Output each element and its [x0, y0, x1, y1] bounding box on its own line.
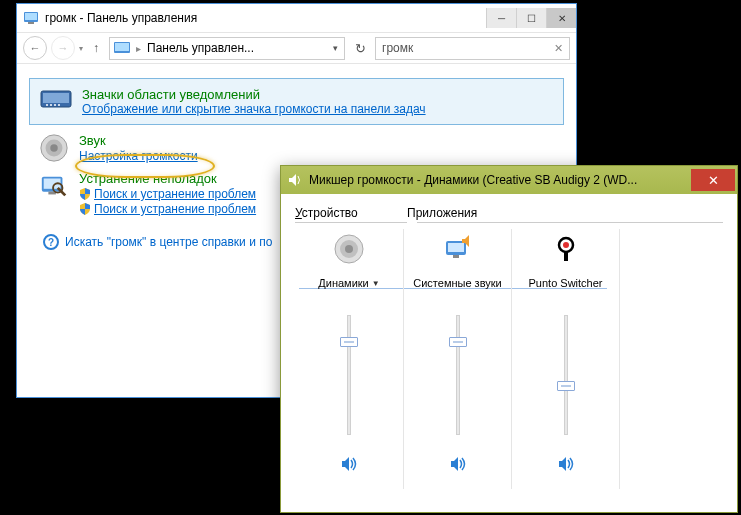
header-device: Устройство [295, 206, 407, 220]
divider [295, 222, 407, 223]
close-button[interactable]: ✕ [546, 8, 576, 28]
svg-point-8 [50, 104, 52, 106]
mute-button-punto[interactable] [555, 453, 577, 475]
mixer-body: Устройство Приложения Динамики ▼ [281, 194, 737, 512]
cp-title-text: громк - Панель управления [45, 11, 486, 25]
result-sound: Звук Настройка громкости [29, 125, 564, 163]
result-title: Значки области уведомлений [82, 87, 426, 102]
cp-titlebar: громк - Панель управления ─ ☐ ✕ [17, 4, 576, 32]
control-panel-icon [114, 41, 130, 55]
system-sounds-icon [442, 233, 474, 265]
mixer-col-device: Динамики ▼ [295, 229, 403, 489]
refresh-button[interactable]: ↻ [349, 37, 371, 59]
up-button[interactable]: ↑ [87, 39, 105, 57]
speaker-on-icon [449, 455, 467, 473]
cp-window-buttons: ─ ☐ ✕ [486, 8, 576, 28]
speaker-device-icon [333, 233, 365, 265]
clear-search-icon[interactable]: ✕ [554, 42, 563, 55]
forward-button[interactable]: → [51, 36, 75, 60]
item-title-troubleshoot: Устранение неполадок [79, 171, 256, 186]
search-input[interactable] [382, 41, 554, 55]
help-icon: ? [43, 234, 59, 250]
link-troubleshoot-1[interactable]: Поиск и устранение проблем [79, 187, 256, 201]
speaker-on-icon [340, 455, 358, 473]
svg-rect-22 [448, 243, 464, 252]
svg-point-25 [563, 242, 569, 248]
svg-point-13 [50, 144, 58, 152]
breadcrumb-separator-icon: ▸ [136, 43, 141, 54]
mixer-titlebar: Микшер громкости - Динамики (Creative SB… [281, 166, 737, 194]
volume-slider-device[interactable] [329, 315, 369, 435]
address-bar[interactable]: ▸ Панель управлен... ▾ [109, 37, 345, 60]
maximize-button[interactable]: ☐ [516, 8, 546, 28]
speaker-on-icon [557, 455, 575, 473]
help-text: Искать "громк" в центре справки и по [65, 235, 272, 249]
svg-rect-2 [28, 22, 34, 24]
back-button[interactable]: ← [23, 36, 47, 60]
chevron-down-icon[interactable]: ▼ [372, 279, 380, 288]
app-label-system-sounds: Системные звуки [413, 269, 501, 297]
svg-rect-26 [564, 251, 568, 261]
volume-icon [287, 172, 303, 188]
svg-rect-6 [43, 93, 69, 103]
history-dropdown-icon[interactable]: ▾ [79, 44, 83, 53]
minimize-button[interactable]: ─ [486, 8, 516, 28]
mixer-close-button[interactable]: ✕ [691, 169, 735, 191]
address-text: Панель управлен... [147, 41, 325, 55]
mixer-section-headers: Устройство Приложения [295, 206, 723, 220]
result-link-show-hide-volume-icon[interactable]: Отображение или скрытие значка громкости… [82, 102, 426, 116]
slider-thumb[interactable] [340, 337, 358, 347]
header-apps: Приложения [407, 206, 723, 220]
mixer-col-empty [619, 229, 723, 489]
svg-point-10 [58, 104, 60, 106]
result-notification-icons: Значки области уведомлений Отображение и… [29, 78, 564, 125]
volume-mixer-window: Микшер громкости - Динамики (Creative SB… [280, 165, 738, 513]
mixer-col-punto-switcher: Punto Switcher [511, 229, 619, 489]
search-box[interactable]: ✕ [375, 37, 570, 60]
svg-rect-1 [25, 13, 37, 20]
device-label[interactable]: Динамики ▼ [318, 269, 379, 297]
svg-point-7 [46, 104, 48, 106]
svg-rect-23 [453, 255, 459, 258]
link-text: Поиск и устранение проблем [94, 202, 256, 216]
link-text: Поиск и устранение проблем [94, 187, 256, 201]
mixer-title-text: Микшер громкости - Динамики (Creative SB… [309, 173, 691, 187]
link-troubleshoot-2[interactable]: Поиск и устранение проблем [79, 202, 256, 216]
slider-thumb[interactable] [449, 337, 467, 347]
mixer-columns: Динамики ▼ Системные звуки [295, 229, 723, 489]
mixer-col-system-sounds: Системные звуки [403, 229, 511, 489]
punto-switcher-icon [550, 233, 582, 265]
cp-navbar: ← → ▾ ↑ ▸ Панель управлен... ▾ ↻ ✕ [17, 32, 576, 64]
volume-slider-punto[interactable] [546, 315, 586, 435]
troubleshoot-icon [39, 171, 69, 201]
link-volume-settings[interactable]: Настройка громкости [79, 149, 198, 163]
label-text: Динамики [318, 277, 368, 289]
speaker-device-icon [39, 133, 69, 163]
divider [417, 222, 723, 223]
address-dropdown-icon[interactable]: ▾ [331, 43, 340, 53]
mute-button-device[interactable] [338, 453, 360, 475]
svg-point-20 [345, 245, 353, 253]
slider-thumb[interactable] [557, 381, 575, 391]
item-title-sound: Звук [79, 133, 198, 148]
mute-button-system[interactable] [447, 453, 469, 475]
svg-rect-4 [115, 43, 129, 51]
shield-icon [79, 188, 91, 200]
volume-slider-system[interactable] [438, 315, 478, 435]
app-label-punto: Punto Switcher [529, 269, 603, 297]
notification-area-icon [40, 87, 72, 111]
control-panel-icon [23, 10, 39, 26]
svg-point-9 [54, 104, 56, 106]
shield-icon [79, 203, 91, 215]
